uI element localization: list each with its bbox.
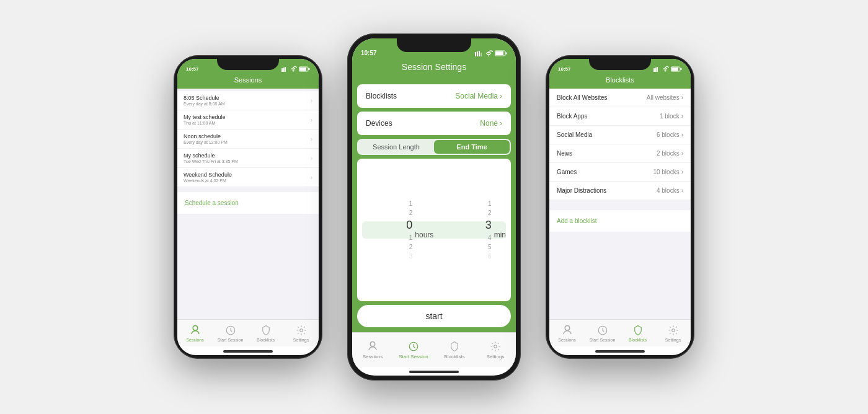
- settings-icon: [489, 340, 502, 353]
- segment-end-time[interactable]: End Time: [434, 140, 510, 154]
- tab-blocklists[interactable]: Blocklists: [434, 340, 475, 359]
- home-indicator: [595, 350, 645, 353]
- block-list-item[interactable]: News 2 blocks ›: [549, 144, 691, 163]
- list-item[interactable]: Weekend Schedule Weekends at 4:02 PM ›: [177, 168, 319, 187]
- tab-settings[interactable]: Settings: [655, 324, 691, 342]
- mins-col: 1 2 3 4 5 6: [441, 200, 494, 260]
- svg-rect-6: [309, 68, 310, 70]
- svg-rect-2: [285, 67, 286, 72]
- tab-label-start: Start Session: [218, 338, 244, 342]
- svg-rect-0: [281, 68, 283, 72]
- tab-label-settings: Settings: [665, 338, 681, 342]
- tab-sessions[interactable]: Sessions: [549, 324, 585, 342]
- tab-blocklists[interactable]: Blocklists: [620, 324, 655, 342]
- tab-sessions[interactable]: Sessions: [177, 324, 213, 342]
- svg-rect-16: [506, 53, 507, 55]
- add-blocklist-link[interactable]: Add a blocklist: [549, 210, 691, 232]
- phones-container: 10:57 Sessions 8:05 Schedule Every day a…: [0, 0, 868, 414]
- phone-sessions: 10:57 Sessions 8:05 Schedule Every day a…: [174, 55, 322, 359]
- phone3-screen: 10:57 Blocklists Block All Websites All …: [549, 59, 691, 355]
- phone1-content: 8:05 Schedule Every day at 8:05 AM › My …: [177, 89, 319, 319]
- time-picker: 1 2 0 1 2 3 hours 1 2 3: [357, 159, 511, 301]
- tab-settings[interactable]: Settings: [283, 324, 319, 342]
- svg-point-22: [665, 71, 666, 72]
- svg-rect-25: [681, 68, 682, 70]
- blocklists-icon: [632, 324, 644, 337]
- svg-rect-10: [477, 51, 478, 56]
- list-item[interactable]: 8:05 Schedule Every day at 8:05 AM ›: [177, 91, 319, 110]
- settings-icon: [667, 324, 680, 337]
- sessions-icon: [189, 324, 202, 337]
- block-list-item[interactable]: Major Distractions 4 blocks ›: [549, 182, 691, 200]
- phone3-header: Blocklists: [549, 74, 691, 89]
- chevron-icon: ›: [681, 169, 683, 175]
- svg-rect-24: [671, 68, 678, 71]
- list-item[interactable]: My schedule Tue Wed Thu Fri at 3:35 PM ›: [177, 149, 319, 168]
- phone3-content: Block All Websites All websites › Block …: [549, 89, 691, 319]
- phone3-tabbar: Sessions Start Session Blocklists: [549, 319, 691, 346]
- segment-session-length[interactable]: Session Length: [358, 140, 434, 154]
- tab-label-start: Start Session: [590, 338, 616, 342]
- tab-settings[interactable]: Settings: [475, 340, 516, 359]
- phone1-screen: 10:57 Sessions 8:05 Schedule Every day a…: [177, 59, 319, 355]
- svg-rect-9: [475, 52, 476, 56]
- blocklists-row[interactable]: Blocklists Social Media ›: [357, 84, 511, 108]
- tab-label-sessions: Sessions: [186, 338, 203, 342]
- status-icons: [653, 66, 682, 72]
- mins-label: min: [494, 231, 506, 239]
- settings-icon: [295, 324, 308, 337]
- block-list-item[interactable]: Block All Websites All websites ›: [549, 89, 691, 107]
- start-session-icon: [224, 324, 237, 337]
- devices-value: None ›: [480, 119, 502, 128]
- phone2-tabbar: Sessions Start Session Blocklists: [352, 332, 516, 367]
- phone1-tabbar: Sessions Start Session Blocklists: [177, 319, 319, 346]
- hours-col: 1 2 0 1 2 3: [362, 200, 415, 260]
- block-list-item[interactable]: Social Media 6 blocks ›: [549, 126, 691, 144]
- sessions-icon: [366, 340, 379, 353]
- blocklists-list: Block All Websites All websites › Block …: [549, 89, 691, 200]
- svg-rect-15: [495, 51, 503, 55]
- svg-rect-5: [299, 68, 306, 71]
- status-time: 10:57: [186, 66, 198, 72]
- phone3-title: Blocklists: [606, 76, 634, 84]
- list-item[interactable]: Noon schedule Every day at 12:00 PM ›: [177, 130, 319, 149]
- chevron-icon: ›: [681, 150, 683, 157]
- devices-label: Devices: [366, 119, 392, 128]
- tab-label-settings: Settings: [487, 354, 505, 359]
- svg-point-27: [671, 329, 675, 332]
- tab-label-start: Start Session: [399, 354, 428, 359]
- blocklists-label: Blocklists: [366, 92, 397, 100]
- tab-blocklists[interactable]: Blocklists: [248, 324, 283, 342]
- svg-rect-1: [283, 68, 285, 72]
- notch: [397, 38, 471, 52]
- block-list-item[interactable]: Block Apps 1 block ›: [549, 107, 691, 126]
- blocklists-value: Social Media ›: [455, 92, 502, 100]
- home-indicator: [409, 371, 459, 373]
- status-time: 10:57: [361, 50, 377, 56]
- notch: [589, 59, 651, 70]
- devices-row[interactable]: Devices None ›: [357, 112, 511, 135]
- list-item[interactable]: My test schedule Thu at 11:00 AM ›: [177, 110, 319, 130]
- segment-control: Session Length End Time: [357, 139, 511, 155]
- phone1-header: Sessions: [177, 74, 319, 89]
- start-button[interactable]: start: [357, 305, 511, 327]
- svg-point-3: [293, 71, 294, 72]
- tab-label-blocklists: Blocklists: [257, 338, 275, 342]
- tab-label-blocklists: Blocklists: [444, 354, 464, 359]
- start-session-icon: [407, 340, 420, 353]
- svg-rect-21: [657, 67, 658, 72]
- tab-start-session[interactable]: Start Session: [585, 324, 620, 342]
- home-indicator: [223, 350, 273, 353]
- chevron-icon: ›: [311, 117, 312, 123]
- phone2-content: Blocklists Social Media › Devices None ›: [352, 79, 516, 332]
- schedule-link[interactable]: Schedule a session: [177, 192, 319, 214]
- block-list-item[interactable]: Games 10 blocks ›: [549, 163, 691, 182]
- svg-point-13: [488, 55, 489, 56]
- svg-rect-11: [479, 51, 480, 56]
- svg-point-18: [494, 345, 497, 348]
- tab-start-session[interactable]: Start Session: [213, 324, 248, 342]
- tab-sessions[interactable]: Sessions: [352, 340, 393, 359]
- blocklists-icon: [260, 324, 272, 337]
- phone2-screen: 10:57 Session Settings Blocklists Social…: [352, 38, 516, 376]
- tab-start-session[interactable]: Start Session: [393, 340, 434, 359]
